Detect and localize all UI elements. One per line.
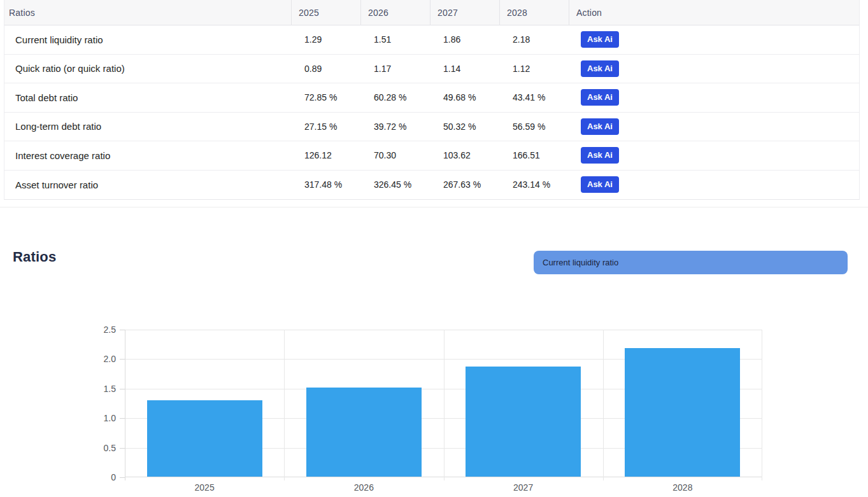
v-gridline xyxy=(284,330,285,480)
ratio-name: Total debt ratio xyxy=(4,83,291,112)
bar-2028[interactable] xyxy=(625,348,740,477)
table-header: Ratios 2025 2026 2027 2028 Action xyxy=(4,0,859,25)
y-tick-mark xyxy=(120,477,125,478)
ratio-value: 317.48 % xyxy=(291,171,360,200)
y-axis-label: 1.5 xyxy=(75,383,116,395)
x-axis-label: 2026 xyxy=(332,482,395,493)
ask-ai-button[interactable]: Ask Ai xyxy=(581,89,619,106)
table-row: Total debt ratio 72.85 % 60.28 % 49.68 %… xyxy=(4,83,859,113)
header-cell-2028: 2028 xyxy=(499,0,569,25)
ratio-value: 1.17 xyxy=(360,55,430,83)
ratio-value: 50.32 % xyxy=(430,113,499,141)
ratio-selector-dropdown[interactable]: Current liquidity ratio xyxy=(534,251,848,274)
ask-ai-button[interactable]: Ask Ai xyxy=(581,176,619,193)
v-gridline xyxy=(444,330,445,480)
ratio-value: 1.29 xyxy=(291,25,360,54)
header-cell-2026: 2026 xyxy=(360,0,430,25)
table-row: Long-term debt ratio 27.15 % 39.72 % 50.… xyxy=(4,113,859,142)
ratio-value: 243.14 % xyxy=(499,171,569,200)
header-cell-2027: 2027 xyxy=(430,0,499,25)
ratio-value: 60.28 % xyxy=(360,83,430,112)
table-row: Quick ratio (or quick ratio) 0.89 1.17 1… xyxy=(4,55,859,84)
chart-plot: 00.51.01.52.02.52025202620272028 xyxy=(125,330,762,477)
y-tick-mark xyxy=(120,389,125,389)
table-row: Asset turnover ratio 317.48 % 326.45 % 2… xyxy=(4,171,859,200)
y-tick-mark xyxy=(120,448,125,449)
header-cell-2025: 2025 xyxy=(291,0,360,25)
ratios-table: Ratios 2025 2026 2027 2028 Action Curren… xyxy=(4,0,860,200)
y-axis-line xyxy=(125,330,125,480)
ratio-name: Long-term debt ratio xyxy=(4,113,291,141)
ratio-value: 166.51 xyxy=(499,141,569,170)
ratio-value: 1.14 xyxy=(430,55,499,83)
y-axis-label: 0.5 xyxy=(75,442,116,454)
ratio-value: 1.12 xyxy=(499,55,569,83)
y-axis-label: 2.0 xyxy=(75,353,116,365)
ratio-value: 43.41 % xyxy=(499,83,569,112)
y-axis-label: 0 xyxy=(75,472,116,483)
ratio-value: 70.30 xyxy=(360,141,430,170)
ratio-value: 326.45 % xyxy=(360,171,430,200)
y-tick-mark xyxy=(120,330,125,330)
ask-ai-button[interactable]: Ask Ai xyxy=(581,118,619,135)
y-axis-label: 1.0 xyxy=(75,412,116,424)
bar-2026[interactable] xyxy=(306,388,422,477)
ratio-value: 56.59 % xyxy=(499,113,569,141)
ratio-name: Asset turnover ratio xyxy=(4,171,291,200)
ratio-name: Quick ratio (or quick ratio) xyxy=(4,55,291,83)
ask-ai-button[interactable]: Ask Ai xyxy=(581,60,619,77)
ratio-value: 49.68 % xyxy=(430,83,499,112)
ratio-value: 1.86 xyxy=(430,25,499,54)
x-axis-label: 2025 xyxy=(173,482,236,493)
ratio-value: 1.51 xyxy=(360,25,430,54)
ratio-value: 267.63 % xyxy=(430,171,499,200)
y-tick-mark xyxy=(120,359,125,360)
ratio-name: Current liquidity ratio xyxy=(4,25,291,54)
ratio-value: 39.72 % xyxy=(360,113,430,141)
x-axis-label: 2027 xyxy=(492,482,555,493)
y-tick-mark xyxy=(120,418,125,419)
chart-section-title: Ratios xyxy=(13,249,56,265)
table-row: Current liquidity ratio 1.29 1.51 1.86 2… xyxy=(4,25,859,55)
header-cell-action: Action xyxy=(569,0,859,25)
table-row: Interest coverage ratio 126.12 70.30 103… xyxy=(4,141,859,171)
header-cell-ratios: Ratios xyxy=(4,0,291,25)
ratio-value: 72.85 % xyxy=(291,83,360,112)
ratio-value: 126.12 xyxy=(291,141,360,170)
ratio-value: 103.62 xyxy=(430,141,499,170)
ratio-selector-label: Current liquidity ratio xyxy=(543,258,618,267)
y-axis-label: 2.5 xyxy=(75,324,116,335)
v-gridline xyxy=(603,330,604,480)
bar-2027[interactable] xyxy=(466,367,581,477)
v-gridline xyxy=(762,330,762,480)
ask-ai-button[interactable]: Ask Ai xyxy=(581,147,619,164)
ratio-value: 0.89 xyxy=(291,55,360,83)
section-divider xyxy=(0,207,868,207)
ratio-value: 27.15 % xyxy=(291,113,360,141)
x-axis-label: 2028 xyxy=(651,482,715,493)
bar-2025[interactable] xyxy=(147,400,262,477)
ratio-name: Interest coverage ratio xyxy=(4,141,291,170)
ratio-value: 2.18 xyxy=(499,25,569,54)
ask-ai-button[interactable]: Ask Ai xyxy=(581,31,619,48)
